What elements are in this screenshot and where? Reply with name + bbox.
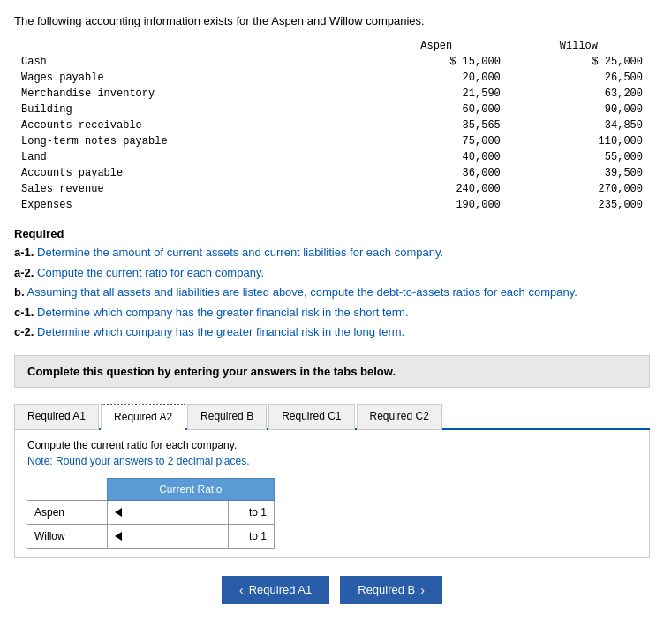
- prev-arrow-icon: ‹: [239, 583, 244, 597]
- tab-required-b[interactable]: Required B: [187, 404, 267, 430]
- req-a2-text: a-2. Compute the current ratio for each …: [14, 264, 650, 282]
- table-cell: 20,000: [366, 70, 508, 86]
- tab-required-a1[interactable]: Required A1: [14, 404, 99, 430]
- table-cell: Accounts payable: [14, 165, 366, 181]
- tab-content: Compute the current ratio for each compa…: [14, 430, 650, 558]
- accounting-table: Aspen Willow Cash$ 15,000$ 25,000Wages p…: [14, 38, 650, 213]
- table-cell: $ 25,000: [508, 54, 650, 70]
- req-c1-text: c-1. Determine which company has the gre…: [14, 304, 650, 322]
- table-cell: Expenses: [14, 197, 366, 213]
- table-cell: 35,565: [366, 117, 508, 133]
- table-cell: 34,850: [508, 117, 650, 133]
- table-cell: 235,000: [508, 197, 650, 213]
- next-button[interactable]: Required B ›: [340, 576, 442, 604]
- company-label: Aspen: [27, 500, 107, 524]
- tab-instruction: Compute the current ratio for each compa…: [27, 439, 637, 451]
- req-a1-text: a-1. Determine the amount of current ass…: [14, 244, 650, 261]
- table-cell: 40,000: [366, 149, 508, 165]
- table-cell: $ 15,000: [366, 54, 508, 70]
- ratio-input-cell[interactable]: [107, 500, 229, 524]
- table-cell: 21,590: [366, 86, 508, 102]
- tabs-row: Required A1 Required A2 Required B Requi…: [14, 402, 650, 430]
- tab-required-a2[interactable]: Required A2: [101, 404, 185, 430]
- to-one-label: to 1: [229, 500, 275, 524]
- nav-buttons: ‹ Required A1 Required B ›: [14, 576, 650, 604]
- aspen-col-header: Aspen: [366, 38, 508, 54]
- table-cell: Land: [14, 149, 366, 165]
- table-cell: Accounts receivable: [14, 117, 366, 133]
- current-ratio-table: Current Ratio Aspento 1Willowto 1: [27, 478, 275, 549]
- table-cell: 240,000: [366, 181, 508, 197]
- table-cell: Sales revenue: [14, 181, 366, 197]
- table-cell: Long-term notes payable: [14, 133, 366, 149]
- req-c2-text: c-2. Determine which company has the gre…: [14, 323, 650, 341]
- required-title: Required: [14, 227, 650, 240]
- table-cell: 26,500: [508, 70, 650, 86]
- table-cell: Merchandise inventory: [14, 86, 366, 102]
- current-ratio-header: Current Ratio: [107, 478, 274, 500]
- table-cell: 75,000: [366, 133, 508, 149]
- table-cell: 36,000: [366, 165, 508, 181]
- next-arrow-icon: ›: [420, 583, 425, 597]
- aspen-ratio-input[interactable]: [124, 504, 204, 520]
- tab-note: Note: Round your answers to 2 decimal pl…: [27, 455, 637, 467]
- to-one-label: to 1: [229, 524, 275, 548]
- complete-box: Complete this question by entering your …: [14, 355, 650, 388]
- willow-ratio-input[interactable]: [124, 528, 204, 544]
- table-cell: 55,000: [508, 149, 650, 165]
- req-b-text: b. Assuming that all assets and liabilit…: [14, 284, 650, 301]
- table-cell: 270,000: [508, 181, 650, 197]
- tab-required-c2[interactable]: Required C2: [357, 404, 442, 430]
- table-cell: 90,000: [508, 102, 650, 117]
- table-cell: Wages payable: [14, 70, 366, 86]
- company-label: Willow: [27, 524, 107, 548]
- prev-button-label: Required A1: [249, 583, 313, 596]
- table-cell: 63,200: [508, 86, 650, 102]
- table-cell: 60,000: [366, 102, 508, 117]
- table-cell: Building: [14, 102, 366, 117]
- input-marker-icon: [115, 508, 122, 517]
- tab-required-c1[interactable]: Required C1: [268, 404, 354, 430]
- willow-col-header: Willow: [508, 38, 650, 54]
- intro-text: The following accounting information exi…: [14, 14, 650, 27]
- required-section: Required a-1. Determine the amount of cu…: [14, 227, 650, 341]
- table-cell: Cash: [14, 54, 366, 70]
- table-cell: 110,000: [508, 133, 650, 149]
- next-button-label: Required B: [358, 583, 415, 596]
- table-cell: 39,500: [508, 165, 650, 181]
- prev-button[interactable]: ‹ Required A1: [222, 576, 329, 604]
- input-marker-icon: [115, 532, 122, 541]
- table-cell: 190,000: [366, 197, 508, 213]
- ratio-input-cell[interactable]: [107, 524, 229, 548]
